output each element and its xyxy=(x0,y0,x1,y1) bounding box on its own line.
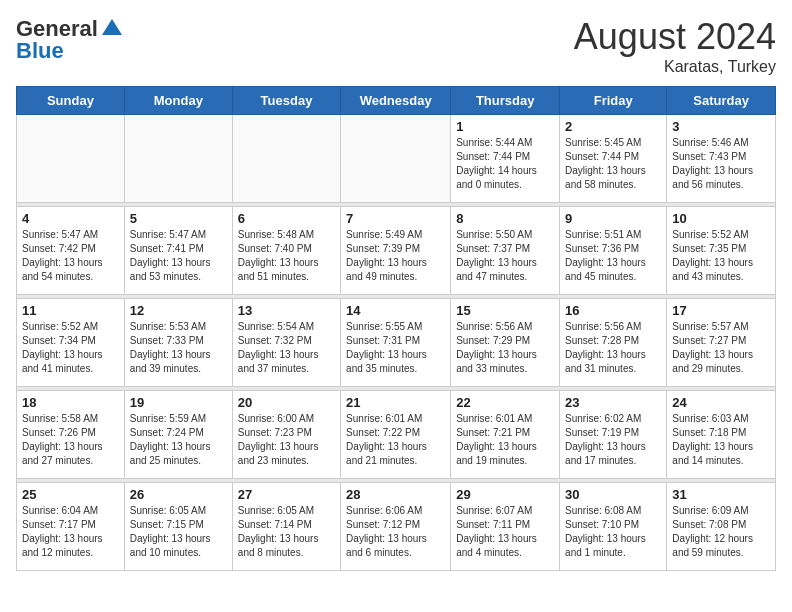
day-number: 20 xyxy=(238,395,335,410)
day-info: Sunrise: 5:53 AMSunset: 7:33 PMDaylight:… xyxy=(130,320,227,376)
day-info: Sunrise: 6:06 AMSunset: 7:12 PMDaylight:… xyxy=(346,504,445,560)
day-info: Sunrise: 5:44 AMSunset: 7:44 PMDaylight:… xyxy=(456,136,554,192)
day-cell: 2Sunrise: 5:45 AMSunset: 7:44 PMDaylight… xyxy=(560,115,667,203)
day-info: Sunrise: 6:03 AMSunset: 7:18 PMDaylight:… xyxy=(672,412,770,468)
day-number: 15 xyxy=(456,303,554,318)
day-cell: 9Sunrise: 5:51 AMSunset: 7:36 PMDaylight… xyxy=(560,207,667,295)
title-area: August 2024 Karatas, Turkey xyxy=(574,16,776,76)
day-cell: 28Sunrise: 6:06 AMSunset: 7:12 PMDayligh… xyxy=(341,483,451,571)
day-cell: 16Sunrise: 5:56 AMSunset: 7:28 PMDayligh… xyxy=(560,299,667,387)
calendar-table: SundayMondayTuesdayWednesdayThursdayFrid… xyxy=(16,86,776,571)
day-number: 11 xyxy=(22,303,119,318)
day-info: Sunrise: 6:05 AMSunset: 7:15 PMDaylight:… xyxy=(130,504,227,560)
day-cell: 29Sunrise: 6:07 AMSunset: 7:11 PMDayligh… xyxy=(451,483,560,571)
day-cell: 25Sunrise: 6:04 AMSunset: 7:17 PMDayligh… xyxy=(17,483,125,571)
day-info: Sunrise: 6:05 AMSunset: 7:14 PMDaylight:… xyxy=(238,504,335,560)
logo: General Blue xyxy=(16,16,124,64)
day-number: 2 xyxy=(565,119,661,134)
day-info: Sunrise: 5:49 AMSunset: 7:39 PMDaylight:… xyxy=(346,228,445,284)
day-info: Sunrise: 6:07 AMSunset: 7:11 PMDaylight:… xyxy=(456,504,554,560)
day-header-thursday: Thursday xyxy=(451,87,560,115)
day-info: Sunrise: 5:46 AMSunset: 7:43 PMDaylight:… xyxy=(672,136,770,192)
day-cell: 27Sunrise: 6:05 AMSunset: 7:14 PMDayligh… xyxy=(232,483,340,571)
day-info: Sunrise: 5:45 AMSunset: 7:44 PMDaylight:… xyxy=(565,136,661,192)
day-info: Sunrise: 5:59 AMSunset: 7:24 PMDaylight:… xyxy=(130,412,227,468)
day-cell: 19Sunrise: 5:59 AMSunset: 7:24 PMDayligh… xyxy=(124,391,232,479)
day-info: Sunrise: 5:56 AMSunset: 7:29 PMDaylight:… xyxy=(456,320,554,376)
calendar-body: 1Sunrise: 5:44 AMSunset: 7:44 PMDaylight… xyxy=(17,115,776,571)
day-info: Sunrise: 5:52 AMSunset: 7:35 PMDaylight:… xyxy=(672,228,770,284)
day-info: Sunrise: 5:52 AMSunset: 7:34 PMDaylight:… xyxy=(22,320,119,376)
day-number: 26 xyxy=(130,487,227,502)
day-cell xyxy=(341,115,451,203)
day-header-wednesday: Wednesday xyxy=(341,87,451,115)
day-number: 14 xyxy=(346,303,445,318)
day-number: 23 xyxy=(565,395,661,410)
day-number: 7 xyxy=(346,211,445,226)
day-cell: 3Sunrise: 5:46 AMSunset: 7:43 PMDaylight… xyxy=(667,115,776,203)
day-number: 30 xyxy=(565,487,661,502)
day-headers-row: SundayMondayTuesdayWednesdayThursdayFrid… xyxy=(17,87,776,115)
day-info: Sunrise: 6:01 AMSunset: 7:22 PMDaylight:… xyxy=(346,412,445,468)
day-cell xyxy=(124,115,232,203)
logo-icon xyxy=(100,17,124,41)
day-info: Sunrise: 5:55 AMSunset: 7:31 PMDaylight:… xyxy=(346,320,445,376)
day-cell: 20Sunrise: 6:00 AMSunset: 7:23 PMDayligh… xyxy=(232,391,340,479)
day-number: 17 xyxy=(672,303,770,318)
day-info: Sunrise: 6:09 AMSunset: 7:08 PMDaylight:… xyxy=(672,504,770,560)
week-row-2: 4Sunrise: 5:47 AMSunset: 7:42 PMDaylight… xyxy=(17,207,776,295)
page-header: General Blue August 2024 Karatas, Turkey xyxy=(16,16,776,76)
day-cell: 26Sunrise: 6:05 AMSunset: 7:15 PMDayligh… xyxy=(124,483,232,571)
day-info: Sunrise: 5:57 AMSunset: 7:27 PMDaylight:… xyxy=(672,320,770,376)
month-year-title: August 2024 xyxy=(574,16,776,58)
day-cell: 10Sunrise: 5:52 AMSunset: 7:35 PMDayligh… xyxy=(667,207,776,295)
day-cell: 12Sunrise: 5:53 AMSunset: 7:33 PMDayligh… xyxy=(124,299,232,387)
day-info: Sunrise: 5:58 AMSunset: 7:26 PMDaylight:… xyxy=(22,412,119,468)
day-cell: 14Sunrise: 5:55 AMSunset: 7:31 PMDayligh… xyxy=(341,299,451,387)
day-number: 8 xyxy=(456,211,554,226)
day-number: 25 xyxy=(22,487,119,502)
day-number: 24 xyxy=(672,395,770,410)
day-cell: 5Sunrise: 5:47 AMSunset: 7:41 PMDaylight… xyxy=(124,207,232,295)
day-info: Sunrise: 5:50 AMSunset: 7:37 PMDaylight:… xyxy=(456,228,554,284)
logo-blue-text: Blue xyxy=(16,38,64,64)
day-cell: 1Sunrise: 5:44 AMSunset: 7:44 PMDaylight… xyxy=(451,115,560,203)
week-row-3: 11Sunrise: 5:52 AMSunset: 7:34 PMDayligh… xyxy=(17,299,776,387)
location-subtitle: Karatas, Turkey xyxy=(574,58,776,76)
day-header-sunday: Sunday xyxy=(17,87,125,115)
week-row-4: 18Sunrise: 5:58 AMSunset: 7:26 PMDayligh… xyxy=(17,391,776,479)
day-number: 19 xyxy=(130,395,227,410)
day-cell: 31Sunrise: 6:09 AMSunset: 7:08 PMDayligh… xyxy=(667,483,776,571)
week-row-5: 25Sunrise: 6:04 AMSunset: 7:17 PMDayligh… xyxy=(17,483,776,571)
day-number: 4 xyxy=(22,211,119,226)
day-header-monday: Monday xyxy=(124,87,232,115)
day-number: 5 xyxy=(130,211,227,226)
day-cell: 11Sunrise: 5:52 AMSunset: 7:34 PMDayligh… xyxy=(17,299,125,387)
day-info: Sunrise: 6:08 AMSunset: 7:10 PMDaylight:… xyxy=(565,504,661,560)
day-info: Sunrise: 5:47 AMSunset: 7:41 PMDaylight:… xyxy=(130,228,227,284)
week-row-1: 1Sunrise: 5:44 AMSunset: 7:44 PMDaylight… xyxy=(17,115,776,203)
day-number: 10 xyxy=(672,211,770,226)
day-header-tuesday: Tuesday xyxy=(232,87,340,115)
day-cell: 6Sunrise: 5:48 AMSunset: 7:40 PMDaylight… xyxy=(232,207,340,295)
day-number: 21 xyxy=(346,395,445,410)
day-cell: 18Sunrise: 5:58 AMSunset: 7:26 PMDayligh… xyxy=(17,391,125,479)
day-cell: 23Sunrise: 6:02 AMSunset: 7:19 PMDayligh… xyxy=(560,391,667,479)
day-header-friday: Friday xyxy=(560,87,667,115)
day-cell: 22Sunrise: 6:01 AMSunset: 7:21 PMDayligh… xyxy=(451,391,560,479)
day-number: 13 xyxy=(238,303,335,318)
day-number: 28 xyxy=(346,487,445,502)
day-number: 3 xyxy=(672,119,770,134)
day-number: 18 xyxy=(22,395,119,410)
day-cell: 13Sunrise: 5:54 AMSunset: 7:32 PMDayligh… xyxy=(232,299,340,387)
day-info: Sunrise: 6:04 AMSunset: 7:17 PMDaylight:… xyxy=(22,504,119,560)
calendar-header: SundayMondayTuesdayWednesdayThursdayFrid… xyxy=(17,87,776,115)
day-cell xyxy=(232,115,340,203)
day-cell: 30Sunrise: 6:08 AMSunset: 7:10 PMDayligh… xyxy=(560,483,667,571)
day-info: Sunrise: 6:01 AMSunset: 7:21 PMDaylight:… xyxy=(456,412,554,468)
day-info: Sunrise: 6:00 AMSunset: 7:23 PMDaylight:… xyxy=(238,412,335,468)
day-number: 29 xyxy=(456,487,554,502)
day-cell: 21Sunrise: 6:01 AMSunset: 7:22 PMDayligh… xyxy=(341,391,451,479)
day-info: Sunrise: 5:56 AMSunset: 7:28 PMDaylight:… xyxy=(565,320,661,376)
day-number: 22 xyxy=(456,395,554,410)
